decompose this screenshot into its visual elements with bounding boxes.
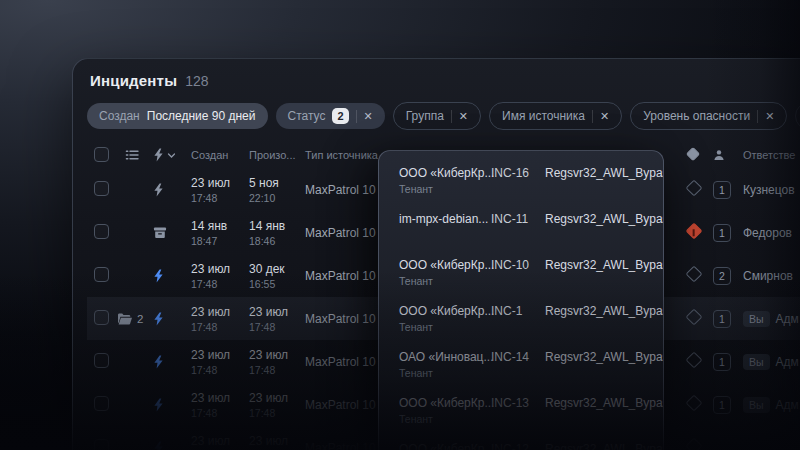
chevron-down-icon (167, 151, 176, 160)
created-date: 14 янв (191, 219, 249, 233)
incident-name: Regsvr32_AWL_Bypass (545, 212, 664, 227)
severity-diamond-icon (686, 438, 703, 450)
assignees-column-icon (713, 149, 743, 161)
created-date: 23 июл (191, 434, 249, 448)
filter-label: Статус (288, 109, 326, 123)
close-icon[interactable]: ✕ (765, 111, 774, 122)
incident-id: INC-13 (491, 396, 545, 411)
created-date: 23 июл (191, 305, 249, 319)
status-filter-control[interactable] (153, 148, 191, 162)
occurred-time: 22:10 (249, 192, 305, 204)
archive-icon (153, 226, 167, 239)
lightning-icon (153, 183, 164, 197)
incidents-screen: Инциденты 128 Создан Последние 90 дней С… (0, 0, 800, 450)
popover-row[interactable]: ООО «КиберКр...Тенант INC-1 Regsvr32_AWL… (399, 301, 663, 347)
filter-chip-source-name[interactable]: Имя источника ✕ (489, 102, 622, 130)
source-name: ООО «КиберКр... (399, 258, 491, 273)
occurred-date: 23 июл (249, 434, 305, 448)
filter-chip-status[interactable]: Статус 2 ✕ (276, 103, 385, 129)
source-name: ОАО «Инновац... (399, 350, 491, 365)
source-name: ООО «КиберКр... (399, 166, 491, 181)
row-checkbox[interactable] (94, 181, 109, 196)
chip-separator (592, 110, 593, 123)
select-all-checkbox[interactable] (94, 147, 109, 162)
row-checkbox[interactable] (94, 310, 109, 325)
filter-chip-created[interactable]: Создан Последние 90 дней (87, 103, 268, 129)
incident-name: Regsvr32_AWL_Bypass (545, 350, 664, 365)
responsible-name: Кузнецов (743, 183, 795, 197)
incident-id: INC-10 (491, 258, 545, 273)
severity-diamond-icon (686, 266, 703, 283)
responsible-name: Адм (776, 355, 799, 369)
occurred-date: 23 июл (249, 305, 305, 319)
row-checkbox[interactable] (94, 267, 109, 282)
source-name: im-mpx-debian... (399, 212, 491, 227)
page-title: Инциденты (90, 72, 177, 89)
filter-label: Уровень опасности (643, 109, 750, 123)
assignees-count-badge: 1 (713, 224, 731, 242)
incidents-count: 128 (185, 73, 208, 89)
incident-id: INC-14 (491, 350, 545, 365)
filter-value: Последние 90 дней (147, 109, 256, 123)
created-date: 23 июл (191, 391, 249, 405)
row-checkbox[interactable] (94, 353, 109, 368)
popover-row[interactable]: ОАО «Инновац...Тенант INC-14 Regsvr32_AW… (399, 347, 663, 393)
close-icon[interactable]: ✕ (459, 111, 468, 122)
created-time: 17:48 (191, 364, 249, 376)
assignees-count-badge: 1 (713, 353, 731, 371)
close-icon[interactable]: ✕ (600, 111, 609, 122)
assignees-count-badge: 1 (713, 181, 731, 199)
row-checkbox[interactable] (94, 396, 109, 411)
created-date: 23 июл (191, 262, 249, 276)
created-time: 17:48 (191, 192, 249, 204)
incident-id: INC-11 (491, 212, 545, 227)
severity-high-diamond-icon (686, 223, 703, 240)
you-badge: Вы (743, 354, 770, 370)
created-time: 18:47 (191, 235, 249, 247)
popover-row[interactable]: ООО «КиберКр...Тенант INC-10 Regsvr32_AW… (399, 255, 663, 301)
incident-details-popover: ООО «КиберКр...Тенант INC-16 Regsvr32_AW… (378, 150, 664, 450)
incident-name: Regsvr32_AWL_Bypass (545, 166, 664, 181)
responsible-name: Федоров (743, 226, 792, 240)
popover-row[interactable]: ООО «КиберКр...Тенант INC-16 Regsvr32_AW… (399, 163, 663, 209)
you-badge: Вы (743, 311, 770, 327)
group-count: 2 (137, 313, 143, 325)
lightning-icon (153, 312, 164, 326)
person-icon (713, 149, 725, 161)
source-name: ООО «КиберКр... (399, 442, 491, 450)
popover-row[interactable]: ООО «КиберКр...Тенант INC-13 Regsvr32_AW… (399, 393, 663, 439)
row-checkbox[interactable] (94, 439, 109, 450)
created-time: 17:48 (191, 278, 249, 290)
chip-separator (451, 110, 452, 123)
column-header-responsible: Ответстве (743, 149, 800, 161)
filter-label: Создан (99, 109, 140, 123)
filter-chip-severity[interactable]: Уровень опасности ✕ (630, 102, 787, 130)
row-checkbox[interactable] (94, 224, 109, 239)
folder-open-icon (117, 313, 132, 325)
filter-bar: Создан Последние 90 дней Статус 2 ✕ Груп… (87, 102, 800, 130)
occurred-date: 30 дек (249, 262, 305, 276)
filter-chip-group[interactable]: Группа ✕ (393, 102, 481, 130)
created-date: 23 июл (191, 176, 249, 190)
incident-id: INC-16 (491, 166, 545, 181)
you-badge: Вы (743, 397, 770, 413)
chip-separator (356, 110, 357, 123)
close-icon[interactable]: ✕ (364, 111, 373, 122)
popover-row[interactable]: im-mpx-debian... INC-11 Regsvr32_AWL_Byp… (399, 209, 663, 255)
incident-name: Regsvr32_AWL_Bypass (545, 442, 664, 450)
filter-label: Имя источника (502, 109, 585, 123)
filter-chip-name[interactable]: Название ✕ (795, 102, 800, 130)
occurred-date: 23 июл (249, 391, 305, 405)
assignees-count-badge: 2 (713, 267, 731, 285)
list-icon (125, 148, 139, 162)
occurred-time: 16:55 (249, 278, 305, 290)
lightning-icon (153, 148, 164, 162)
grouping-button[interactable] (117, 148, 153, 162)
occurred-date: 5 ноя (249, 176, 305, 190)
incident-id: INC-12 (491, 442, 545, 450)
incident-name: Regsvr32_AWL_Bypass (545, 396, 664, 411)
severity-diamond-icon (686, 395, 703, 412)
source-name: ООО «КиберКр... (399, 304, 491, 319)
popover-row[interactable]: ООО «КиберКр...Тенант INC-12 Regsvr32_AW… (399, 439, 663, 450)
column-header-occurred: Произо... (249, 149, 305, 161)
